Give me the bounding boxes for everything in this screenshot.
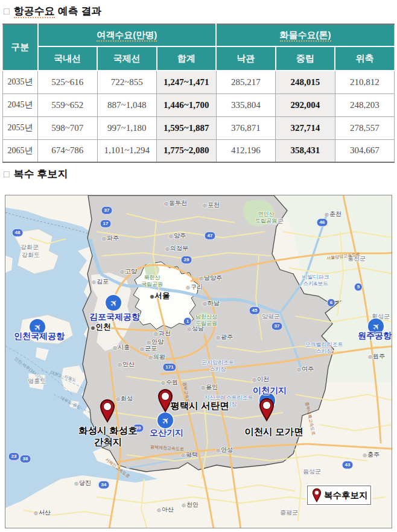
airport-marker: ✈ <box>30 319 45 335</box>
air-demand-forecast-table: 구분 여객수요(만명) 화물수요(톤) 국내선 국제선 합계 낙관 중립 위축 … <box>2 24 395 163</box>
table-row: 2065년 674~786 1,101~1,294 1,775~2,080 41… <box>3 139 395 162</box>
table-cell-total: 1,247~1,471 <box>157 71 217 93</box>
candidate-pin-icon <box>258 397 276 422</box>
table-row: 2035년 525~616 722~855 1,247~1,471 285,21… <box>3 71 395 93</box>
table-cell: 1,101~1,294 <box>97 139 157 162</box>
candidate-pin-icon <box>156 388 174 413</box>
table-cell: 412,196 <box>216 139 276 162</box>
route-shield: 37 <box>101 206 113 215</box>
title-text-underlined: 항공수요 <box>14 5 55 18</box>
table-cell: 559~652 <box>38 93 98 116</box>
table-corner-header: 구분 <box>3 24 38 71</box>
row-label: 2035년 <box>3 71 38 93</box>
table-cell: 887~1,048 <box>97 93 157 116</box>
airplane-icon: ✈ <box>107 297 119 309</box>
route-shield: 17 <box>100 220 112 228</box>
col-header-total: 합계 <box>157 46 217 71</box>
route-shield: 47 <box>205 232 216 240</box>
candidate-site-pin <box>156 388 174 413</box>
group-header-cargo: 화물수요(톤) <box>216 24 395 46</box>
section-title-air-demand: □항공수요예측 결과 <box>4 4 397 18</box>
legend-label: 복수후보지 <box>324 490 368 501</box>
airport-marker: ✈ <box>106 295 121 311</box>
airplane-icon: ✈ <box>370 320 382 332</box>
section-title-candidate-sites: □복수 후보지 <box>4 167 397 181</box>
table-cell: 248,203 <box>335 93 395 116</box>
route-shield: 34 <box>98 481 110 489</box>
table-cell: 722~855 <box>97 71 157 93</box>
route-shield: 29 <box>181 256 192 264</box>
airport-marker: ✈ <box>368 318 384 334</box>
map-base-graphic <box>5 195 392 528</box>
group-header-passenger: 여객수요(만명) <box>38 24 217 46</box>
table-cell: 997~1,180 <box>97 116 157 139</box>
table-cell-neutral: 248,015 <box>276 71 335 93</box>
square-bullet-icon: □ <box>4 169 10 179</box>
candidate-pin-icon <box>98 399 116 423</box>
table-cell: 278,557 <box>335 116 395 139</box>
table-cell-neutral: 292,004 <box>276 93 335 116</box>
route-shield: 43 <box>342 461 354 469</box>
table-cell: 674~786 <box>38 139 98 162</box>
table-cell-neutral: 327,714 <box>276 116 335 139</box>
col-header-pessimistic: 위축 <box>335 46 395 71</box>
col-header-neutral: 중립 <box>276 46 335 71</box>
table-cell-total: 1,595~1,887 <box>157 116 217 139</box>
route-shield: 48 <box>12 229 24 237</box>
table-cell: 210,812 <box>335 71 395 93</box>
table-row: 2045년 559~652 887~1,048 1,446~1,700 335,… <box>3 93 395 116</box>
table-cell-total: 1,446~1,700 <box>157 93 217 116</box>
table-cell: 335,804 <box>216 93 276 116</box>
candidate-site-pin <box>98 399 116 423</box>
legend-pin-icon <box>311 488 322 502</box>
route-shield: 23 <box>8 452 20 461</box>
route-shield: 38 <box>20 455 31 463</box>
candidate-sites-map: ◎동두천◎포천◎춘천◎파주◎양주◎의정부◎고양◎김포◎남양주◎구리◎하남◎성남◎… <box>5 195 392 528</box>
route-shield: 39 <box>133 424 144 432</box>
row-label: 2045년 <box>3 93 38 116</box>
airplane-icon: ✈ <box>31 321 43 333</box>
title-text: 복수 후보지 <box>14 168 68 180</box>
table-cell-total: 1,775~2,080 <box>157 139 217 162</box>
map-legend: 복수후보지 <box>307 486 371 505</box>
col-header-optimistic: 낙관 <box>216 46 276 71</box>
title-text: 예측 결과 <box>58 5 102 17</box>
table-cell-neutral: 358,431 <box>276 139 335 162</box>
col-header-domestic: 국내선 <box>38 46 98 71</box>
airport-marker: ✈ <box>157 413 173 428</box>
report-page: □항공수요예측 결과 구분 여객수요(만명) 화물수요(톤) 국내선 국제선 합… <box>0 0 397 532</box>
candidate-site-pin <box>258 397 276 422</box>
table-cell: 525~616 <box>38 71 98 93</box>
square-bullet-icon: □ <box>4 6 10 16</box>
table-cell: 285,217 <box>216 71 276 93</box>
route-shield: 46 <box>317 218 328 227</box>
route-shield: 45 <box>249 306 261 315</box>
row-label: 2065년 <box>3 139 38 162</box>
route-shield: 171 <box>162 363 176 372</box>
table-cell: 598~707 <box>38 116 98 139</box>
table-cell: 304,667 <box>335 139 395 162</box>
row-label: 2055년 <box>3 116 38 139</box>
col-header-international: 국제선 <box>97 46 157 71</box>
airplane-icon: ✈ <box>159 414 171 426</box>
table-cell: 376,871 <box>216 116 276 139</box>
route-shield: 37 <box>272 322 283 331</box>
table-row: 2055년 598~707 997~1,180 1,595~1,887 376,… <box>3 116 395 139</box>
